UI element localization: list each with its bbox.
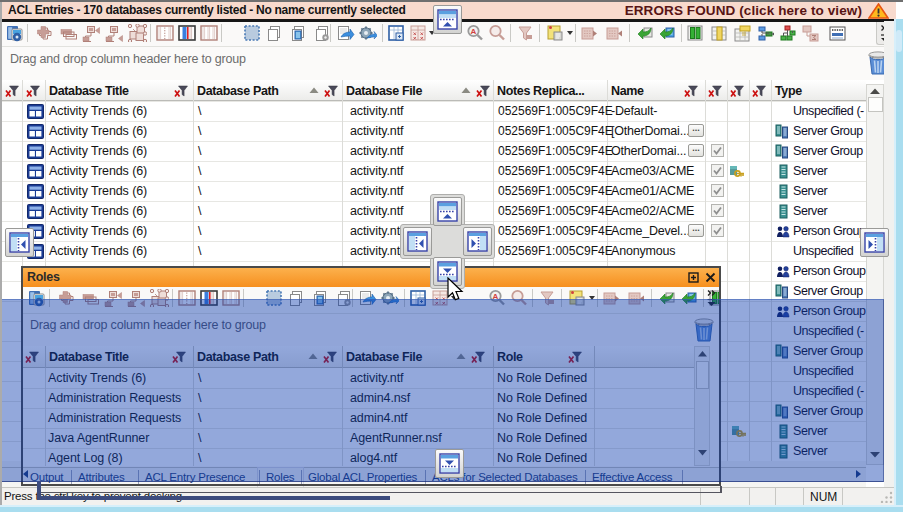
svg-text:A: A (471, 27, 477, 36)
